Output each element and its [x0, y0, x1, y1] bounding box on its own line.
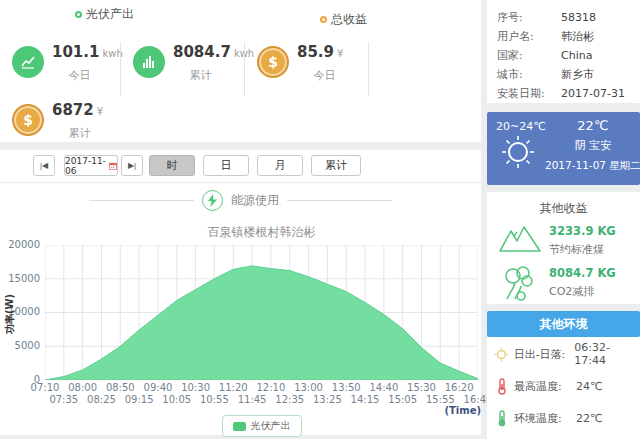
stat-revenue-today: $ 85.9¥ 今日: [245, 36, 369, 102]
date-input[interactable]: 2017-11-06: [64, 155, 118, 176]
chart-plot: 20000 15000 10000 5000 0 功率(W) 07:1008:0…: [0, 245, 481, 435]
info-label: 序号:: [497, 10, 561, 25]
weather-right: 22℃ 阴 宝安 2017-11-07 星期二: [545, 112, 640, 185]
stat-pv-today: 101.1kwh 今日: [0, 36, 121, 102]
x-labels-row1: 07:1008:0008:5009:4010:3011:2012:1013:00…: [45, 382, 478, 394]
divider-line: [89, 200, 194, 201]
chart-title: 百泉镇楼根村韩治彬: [45, 224, 478, 241]
env-value: 22℃: [576, 412, 602, 425]
environment-header: 其他环境: [487, 311, 640, 337]
benefit-label: CO2减排: [549, 284, 594, 299]
energy-section-title: 能源使用: [231, 192, 279, 209]
x-tick-label: 14:15: [351, 394, 380, 405]
weather-card: 20~24℃ 22℃ 阴 宝安 2017-11-07 星期二: [487, 112, 640, 185]
bar-chart-icon: [133, 46, 165, 78]
env-label: 日出-日落:: [514, 347, 575, 362]
benefit-co2: 8084.7 KG CO2减排: [487, 264, 640, 304]
benefit-value: 3233.9 KG: [549, 224, 616, 238]
chart-panel: |◀ 2017-11-06 ▶| 时 日 月 累计 能源使用 百泉镇楼根村韩治彬…: [0, 150, 481, 435]
coin-icon: $: [257, 46, 289, 78]
stat-period: 今日: [297, 68, 352, 83]
stat-value: 8084.7: [173, 43, 231, 61]
pv-output-group-header: 光伏产出: [75, 6, 134, 23]
pv-output-group-label: 光伏产出: [86, 6, 134, 23]
x-tick-label: 07:10: [31, 382, 60, 393]
stat-period: 累计: [52, 126, 107, 141]
x-tick-label: 11:20: [219, 382, 248, 393]
legend-item[interactable]: 光伏产出: [222, 415, 302, 437]
stat-period: 今日: [52, 68, 107, 83]
weather-date: 2017-11-07 星期二: [545, 159, 640, 173]
x-tick-label: 13:50: [332, 382, 361, 393]
tab-day[interactable]: 日: [203, 155, 249, 176]
x-tick-label: 15:30: [407, 382, 436, 393]
benefit-coal: 3233.9 KG 节约标准煤: [487, 222, 640, 262]
info-label: 城市:: [497, 67, 561, 82]
info-label: 安装日期:: [497, 86, 561, 101]
x-tick-label: 16:20: [445, 382, 474, 393]
temp-range: 20~24℃: [496, 120, 545, 133]
area-chart-svg: [45, 245, 478, 380]
env-row-ambient-temp: 环境温度: 22℃: [487, 409, 640, 427]
x-tick-label: 08:00: [68, 382, 97, 393]
stat-unit: ¥: [97, 106, 103, 117]
x-tick-label: 13:00: [294, 382, 323, 393]
coin-icon: $: [12, 104, 44, 136]
sun-icon: [496, 133, 536, 171]
env-value: 24℃: [576, 380, 602, 393]
info-row-serial: 序号: 58318: [497, 8, 630, 27]
pv-output-marker-icon: [75, 11, 82, 18]
current-temp: 22℃: [545, 118, 640, 133]
tab-hour[interactable]: 时: [149, 155, 195, 176]
stat-period: 累计: [173, 68, 228, 83]
env-label: 最高温度:: [514, 379, 576, 394]
x-labels-row2: 07:3508:2509:1510:0510:5511:4512:3513:25…: [45, 394, 478, 406]
benefit-label: 节约标准煤: [549, 242, 604, 257]
x-tick-label: 10:30: [181, 382, 210, 393]
info-label: 用户名:: [497, 29, 561, 44]
y-axis-label: 功率(W): [3, 286, 17, 342]
next-date-button[interactable]: ▶|: [121, 155, 143, 176]
x-tick-label: 15:05: [388, 394, 417, 405]
x-tick-label: 08:50: [106, 382, 135, 393]
info-value: China: [561, 49, 592, 62]
revenue-marker-icon: [320, 16, 327, 23]
env-row-sunrise: 日出-日落: 06:32-17:44: [487, 345, 640, 363]
info-row-install-date: 安装日期: 2017-07-31: [497, 84, 630, 103]
revenue-group-header: 总收益: [320, 11, 367, 28]
stats-panel: 光伏产出 总收益 101.1kwh 今日 8084.7kwh 累计: [0, 0, 481, 142]
benefits-title: 其他收益: [487, 192, 640, 217]
tab-total[interactable]: 累计: [311, 155, 361, 176]
mountain-icon: [497, 222, 543, 258]
x-tick-label: 09:15: [125, 394, 154, 405]
ambient-temp-icon: [494, 409, 510, 427]
x-tick-label: 10:55: [200, 394, 229, 405]
info-label: 国家:: [497, 48, 561, 63]
x-tick-label: 10:05: [162, 394, 191, 405]
y-tick-label: 20000: [0, 239, 40, 250]
x-tick-label: 13:25: [313, 394, 342, 405]
tab-month[interactable]: 月: [257, 155, 303, 176]
date-controls: |◀ 2017-11-06 ▶| 时 日 月 累计: [0, 155, 481, 183]
chart-area: [45, 266, 478, 380]
weather-condition: 阴 宝安: [545, 138, 640, 153]
calendar-icon: [109, 161, 117, 171]
prev-date-button[interactable]: |◀: [33, 155, 55, 176]
x-tick-label: 14:40: [369, 382, 398, 393]
info-row-city: 城市: 新乡市: [497, 65, 630, 84]
stat-value: 101.1: [52, 43, 99, 61]
dashboard: 光伏产出 总收益 101.1kwh 今日 8084.7kwh 累计: [0, 0, 640, 439]
revenue-group-label: 总收益: [331, 11, 367, 28]
date-value: 2017-11-06: [65, 156, 107, 176]
environment-title: 其他环境: [540, 316, 588, 333]
x-tick-label: 07:35: [49, 394, 78, 405]
sunrise-icon: [494, 345, 510, 363]
legend-label: 光伏产出: [251, 419, 291, 433]
user-info-card: 序号: 58318 用户名: 韩治彬 国家: China 城市: 新乡市 安装日…: [487, 0, 640, 103]
env-row-max-temp: 最高温度: 24℃: [487, 377, 640, 395]
co2-tree-icon: [501, 264, 537, 306]
info-value: 2017-07-31: [561, 87, 625, 100]
stat-value: 6872: [52, 101, 94, 119]
x-tick-label: 08:25: [87, 394, 116, 405]
stat-value: 85.9: [297, 43, 334, 61]
